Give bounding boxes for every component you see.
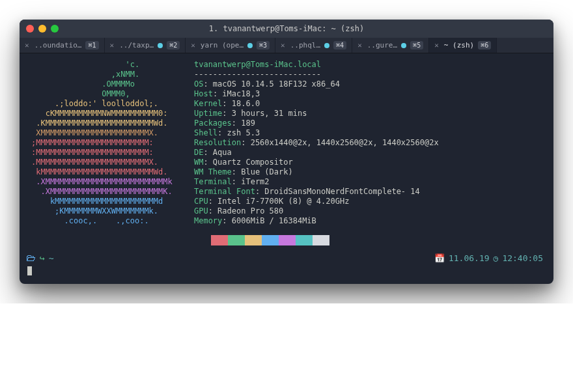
prompt-line[interactable] xyxy=(20,266,553,284)
tab-1[interactable]: ✕../taxp…⌘2 xyxy=(105,38,186,53)
info-value: : macOS 10.14.5 18F132 x86_64 xyxy=(203,79,340,89)
info-key: CPU xyxy=(194,197,208,206)
terminal-content[interactable]: 'c. ,xNMM. .OMMMMo OMMM0, .;loddo:' lool… xyxy=(20,53,553,249)
info-key: Terminal Font xyxy=(194,187,255,196)
info-row: Terminal: iTerm2 xyxy=(194,177,439,187)
tab-4[interactable]: ✕..gure…⌘5 xyxy=(352,38,429,53)
clock-icon: ◷ xyxy=(494,253,499,263)
info-row: CPU: Intel i7-7700K (8) @ 4.20GHz xyxy=(194,197,439,206)
info-row: Host: iMac18,3 xyxy=(194,89,439,99)
neofetch-info: tvanantwerp@Toms-iMac.local-------------… xyxy=(194,60,439,245)
info-value: : 6006MiB / 16384MiB xyxy=(222,216,316,225)
status-bar: 🗁↪ ~ 📅 11.06.19 ◷ 12:40:05 xyxy=(20,249,553,266)
tab-2[interactable]: ✕yarn (ope…⌘3 xyxy=(186,38,275,53)
info-key: OS xyxy=(194,79,203,89)
tab-close-icon[interactable]: ✕ xyxy=(357,41,362,49)
info-value: : zsh 5.3 xyxy=(217,128,260,137)
swatch xyxy=(279,235,296,245)
status-time: 12:40:05 xyxy=(502,253,543,263)
info-value: : Quartz Compositor xyxy=(203,158,292,167)
tab-shortcut: ⌘2 xyxy=(167,41,180,49)
tab-close-icon[interactable]: ✕ xyxy=(281,41,285,49)
ascii-line: ;KMMMMMMMWXXWMMMMMMMk. xyxy=(31,206,177,216)
window-title: 1. tvanantwerp@Toms-iMac: ~ (zsh) xyxy=(20,24,553,33)
ascii-line: .MMMMMMMMMMMMMMMMMMMMMMMMX. xyxy=(31,158,177,167)
tab-shortcut: ⌘4 xyxy=(333,41,346,49)
arrow-icon: ↪ xyxy=(40,253,45,263)
ascii-line: kMMMMMMMMMMMMMMMMMMMMMMd xyxy=(31,197,177,206)
status-date: 11.06.19 xyxy=(449,253,490,263)
ascii-line: .OMMMMo xyxy=(31,79,177,89)
ascii-line: kMMMMMMMMMMMMMMMMMMMMMMMMWd. xyxy=(31,167,177,177)
swatch xyxy=(296,235,313,245)
info-row: Packages: 189 xyxy=(194,119,439,128)
tab-3[interactable]: ✕..phql…⌘4 xyxy=(275,38,352,53)
cursor-icon xyxy=(27,266,32,275)
color-swatches xyxy=(194,235,439,245)
terminal-window: 1. tvanantwerp@Toms-iMac: ~ (zsh) ✕..oun… xyxy=(20,20,553,284)
zoom-icon[interactable] xyxy=(51,25,59,33)
ascii-line: 'c. xyxy=(31,60,177,70)
tab-close-icon[interactable]: ✕ xyxy=(110,41,115,49)
dirty-indicator-icon xyxy=(158,43,163,48)
info-value: : Aqua xyxy=(203,148,231,157)
dirty-indicator-icon xyxy=(324,43,329,48)
info-row: DE: Aqua xyxy=(194,148,439,158)
titlebar[interactable]: 1. tvanantwerp@Toms-iMac: ~ (zsh) xyxy=(20,20,553,38)
ascii-line: ,xNMM. xyxy=(31,70,177,79)
info-row: Resolution: 2560x1440@2x, 1440x2560@2x, … xyxy=(194,138,439,148)
info-row: Terminal Font: DroidSansMonoNerdFontComp… xyxy=(194,187,439,197)
info-value: : 189 xyxy=(232,119,255,128)
info-key: Shell xyxy=(194,128,217,137)
info-row: OS: macOS 10.14.5 18F132 x86_64 xyxy=(194,79,439,89)
tab-shortcut: ⌘1 xyxy=(85,41,98,49)
ascii-line: cKMMMMMMMMMMNWMMMMMMMMMM0: xyxy=(31,109,177,119)
tab-bar: ✕..oundatio…⌘1✕../taxp…⌘2✕yarn (ope…⌘3✕.… xyxy=(20,38,553,53)
swatch xyxy=(194,235,211,245)
info-row: WM: Quartz Compositor xyxy=(194,158,439,167)
info-value: : Radeon Pro 580 xyxy=(208,206,284,216)
dirty-indicator-icon xyxy=(401,43,406,48)
info-value: : Blue (Dark) xyxy=(232,167,293,176)
ascii-line: .KMMMMMMMMMMMMMMMMMMMMMMMWd. xyxy=(31,119,177,128)
divider: --------------------------- xyxy=(194,70,439,79)
ascii-line: ;MMMMMMMMMMMMMMMMMMMMMMMM: xyxy=(31,138,177,148)
tab-label: ../taxp… xyxy=(119,41,154,49)
info-row: Shell: zsh 5.3 xyxy=(194,128,439,138)
info-key: Host xyxy=(194,89,213,98)
info-key: WM Theme xyxy=(194,167,232,176)
tab-label: ~ (zsh) xyxy=(444,41,474,49)
swatch xyxy=(313,235,329,245)
info-value: : iTerm2 xyxy=(232,177,270,186)
tab-shortcut: ⌘5 xyxy=(410,41,423,49)
ascii-logo: 'c. ,xNMM. .OMMMMo OMMM0, .;loddo:' lool… xyxy=(31,60,177,245)
info-row: Uptime: 3 hours, 31 mins xyxy=(194,109,439,119)
ascii-line: XMMMMMMMMMMMMMMMMMMMMMMMX. xyxy=(31,128,177,138)
dirty-indicator-icon xyxy=(247,43,253,48)
traffic-lights xyxy=(26,25,59,33)
tab-close-icon[interactable]: ✕ xyxy=(434,41,439,49)
tab-5[interactable]: ✕~ (zsh)⌘6 xyxy=(429,38,497,53)
tab-close-icon[interactable]: ✕ xyxy=(191,41,195,49)
calendar-icon: 📅 xyxy=(434,253,445,263)
swatch xyxy=(211,235,228,245)
tab-label: ..gure… xyxy=(367,41,397,49)
info-key: Terminal xyxy=(194,177,232,186)
cwd-path: ~ xyxy=(49,253,54,263)
tab-shortcut: ⌘3 xyxy=(257,41,270,49)
info-value: : 18.6.0 xyxy=(222,99,260,108)
info-value: : Intel i7-7700K (8) @ 4.20GHz xyxy=(208,197,350,206)
minimize-icon[interactable] xyxy=(38,25,46,33)
folder-icon: 🗁 xyxy=(26,252,36,264)
tab-0[interactable]: ✕..oundatio…⌘1 xyxy=(20,38,105,53)
info-value: : 3 hours, 31 mins xyxy=(222,109,307,118)
info-key: Kernel xyxy=(194,99,222,108)
swatch xyxy=(262,235,279,245)
info-key: GPU xyxy=(194,206,208,216)
ascii-line: :MMMMMMMMMMMMMMMMMMMMMMMM: xyxy=(31,148,177,158)
tab-close-icon[interactable]: ✕ xyxy=(25,41,29,49)
ascii-line: OMMM0, xyxy=(31,89,177,99)
info-row: Kernel: 18.6.0 xyxy=(194,99,439,109)
close-icon[interactable] xyxy=(26,25,34,33)
info-row: WM Theme: Blue (Dark) xyxy=(194,167,439,177)
